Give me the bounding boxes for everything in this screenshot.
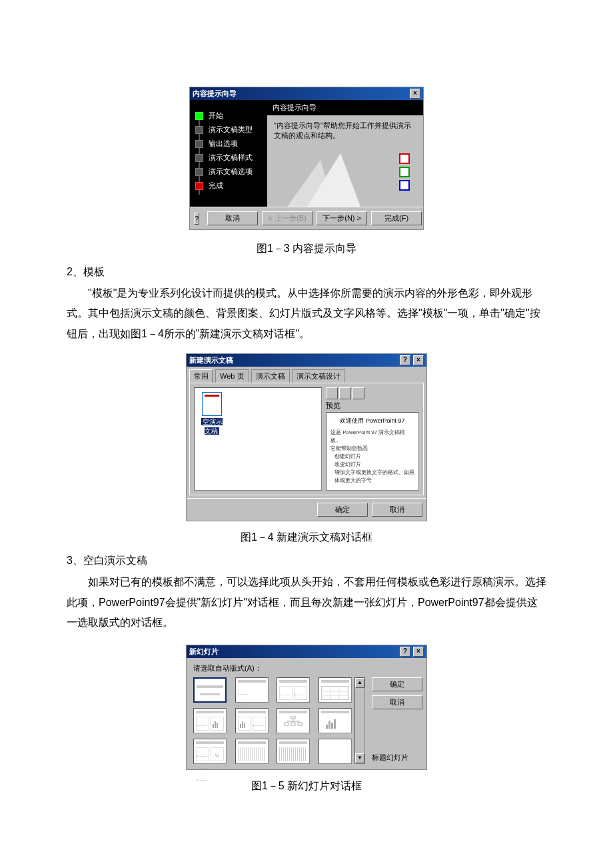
svg-rect-7: [298, 723, 302, 725]
help-icon[interactable]: ?: [400, 355, 410, 365]
layout-bulleted-list[interactable]: [235, 677, 269, 703]
new-title: 新建演示文稿: [189, 355, 233, 365]
wizard-nav: 开始 演示文稿类型 输出选项 演示文稿样式 演示文稿选项 完成: [190, 100, 267, 207]
close-icon[interactable]: ×: [413, 647, 424, 657]
red-square-icon: [399, 153, 410, 164]
view-buttons: [326, 387, 419, 399]
layout-grid: ☺: [193, 677, 354, 764]
layout-label: 请选取自动版式(A)：: [193, 663, 420, 673]
layout-text-chart[interactable]: [193, 708, 227, 733]
svg-rect-5: [285, 723, 289, 725]
paragraph-3: 如果对已有的模板都不满意，可以选择此项从头开始，不套用任何模板或色彩进行原稿演示…: [67, 572, 546, 633]
heading-2: 2、模板: [67, 265, 546, 279]
ok-button[interactable]: 确定: [372, 677, 422, 691]
preview-bullet: 创建幻灯片: [330, 453, 414, 461]
layout-name: 标题幻灯片: [372, 751, 420, 764]
new-titlebar: 新建演示文稿 ? ×: [187, 354, 426, 367]
cancel-button[interactable]: 取消: [372, 503, 422, 517]
cancel-button[interactable]: 取消: [207, 211, 258, 225]
preview-label: 预览: [326, 401, 419, 411]
preview-bullet: 这是 PowerPoint 97 演示文稿模板。: [330, 429, 414, 445]
view-large-icon[interactable]: [326, 387, 338, 399]
wizard-title: 内容提示向导: [193, 89, 237, 99]
blue-square-icon: [399, 180, 410, 191]
layout-title-only[interactable]: [277, 739, 310, 764]
tabs: 常用 Web 页 演示文稿 演示文稿设计: [187, 367, 426, 383]
view-detail-icon[interactable]: [352, 387, 364, 399]
nav-item-output[interactable]: 输出选项: [195, 139, 262, 149]
layout-clipart-text[interactable]: [235, 739, 269, 764]
back-button: < 上一步(B): [262, 211, 312, 225]
preview-bullet: 改变幻灯片: [330, 461, 414, 469]
green-square-icon: [399, 167, 410, 177]
preview-title: 欢迎使用 PowerPoint 97: [330, 417, 414, 426]
presentation-file-icon: [202, 392, 222, 416]
blank-presentation-item[interactable]: 空演示文稿: [199, 392, 225, 436]
cancel-button[interactable]: 取消: [372, 695, 422, 709]
heading-3: 3、空白演示文稿: [67, 554, 546, 568]
svg-rect-2: [291, 716, 295, 719]
nav-item-start[interactable]: 开始: [195, 111, 262, 121]
wizard-graphic-icon: [274, 140, 360, 207]
tab-designs[interactable]: 演示文稿设计: [292, 369, 345, 383]
wizard-content: 内容提示向导 "内容提示向导"帮助您开始工作并提供演示文稿的观点和结构。: [267, 100, 423, 207]
next-button[interactable]: 下一步(N) >: [316, 211, 367, 225]
nav-item-style[interactable]: 演示文稿样式: [195, 153, 262, 163]
close-icon[interactable]: ×: [410, 89, 420, 99]
wizard-banner: 内容提示向导: [267, 100, 423, 115]
finish-button[interactable]: 完成(F): [371, 211, 422, 225]
layout-table[interactable]: [318, 677, 352, 703]
new-slide-dialog: 新幻灯片 ? × 请选取自动版式(A)：: [186, 645, 427, 770]
view-list-icon[interactable]: [339, 387, 351, 399]
close-icon[interactable]: ×: [413, 355, 424, 365]
tab-presentations[interactable]: 演示文稿: [251, 369, 290, 383]
scroll-down-icon[interactable]: ▼: [355, 753, 364, 763]
new-presentation-dialog: 新建演示文稿 ? × 常用 Web 页 演示文稿 演示文稿设计 空演示文稿: [186, 353, 427, 521]
caption-2: 图1－4 新建演示文稿对话框: [67, 531, 546, 545]
caption-3: 图1－5 新幻灯片对话框: [67, 779, 546, 793]
tab-general[interactable]: 常用: [189, 369, 213, 383]
paragraph-2: "模板"是为专业系列化设计而提供的模式。从中选择你所需要的演示内容的外形色彩，即…: [67, 283, 546, 344]
layout-title-slide[interactable]: [193, 677, 227, 703]
scroll-up-icon[interactable]: ▲: [355, 678, 364, 688]
slide-title: 新幻灯片: [189, 647, 219, 657]
layout-chart-text[interactable]: [235, 708, 269, 733]
ok-button[interactable]: 确定: [317, 503, 368, 517]
layout-text-clipart[interactable]: ☺: [193, 739, 227, 764]
tab-web[interactable]: Web 页: [215, 369, 249, 383]
layout-chart[interactable]: [318, 708, 352, 733]
nav-item-options[interactable]: 演示文稿选项: [195, 167, 262, 177]
layout-blank[interactable]: [318, 739, 352, 764]
help-icon[interactable]: ?: [400, 647, 410, 657]
layout-two-column[interactable]: [277, 677, 310, 703]
slide-titlebar: 新幻灯片 ? ×: [187, 645, 426, 658]
nav-item-type[interactable]: 演示文稿类型: [195, 125, 262, 135]
layout-scrollbar[interactable]: ▲ ▼: [354, 677, 365, 764]
template-list[interactable]: 空演示文稿: [194, 387, 322, 491]
preview-bullet: 它能帮助您熟悉: [330, 445, 414, 453]
layout-org-chart[interactable]: [277, 708, 310, 733]
help-button[interactable]: ?: [194, 213, 199, 225]
preview-pane: 欢迎使用 PowerPoint 97 这是 PowerPoint 97 演示文稿…: [326, 412, 419, 491]
preview-bullet: 增加文字或更换文字的格式、如黑体或更大的字号: [330, 469, 414, 485]
caption-1: 图1－3 内容提示向导: [67, 242, 546, 256]
svg-rect-6: [291, 723, 295, 725]
org-chart-icon: [283, 716, 303, 728]
content-wizard-dialog: 内容提示向导 × 开始 演示文稿类型 输出选项 演示文稿样式 演示文稿选项 完成…: [189, 87, 424, 230]
nav-item-finish[interactable]: 完成: [195, 181, 262, 191]
wizard-titlebar: 内容提示向导 ×: [190, 87, 423, 100]
